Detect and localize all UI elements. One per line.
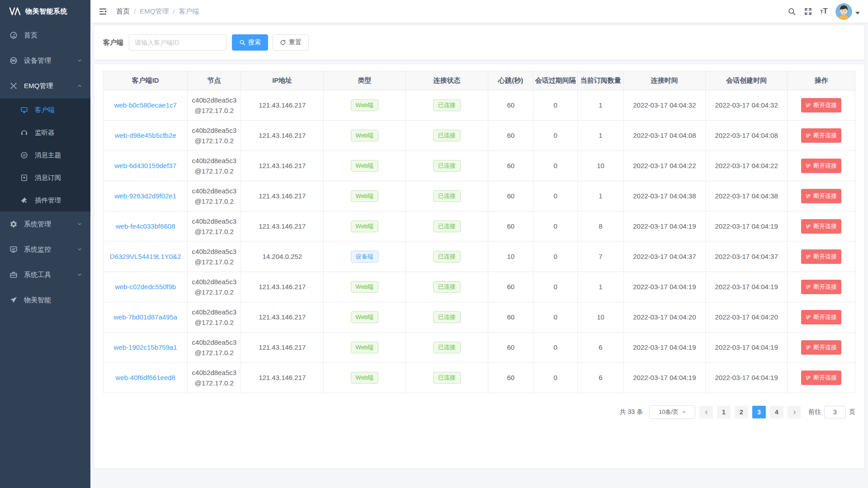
client-id-input[interactable] <box>129 34 226 51</box>
sidebar-item-client[interactable]: 客户端 <box>0 99 90 121</box>
disconnect-button-label: 断开连接 <box>813 283 837 291</box>
sidebar-item-tools[interactable]: 系统工具 <box>0 262 90 287</box>
disconnect-button[interactable]: 断开连接 <box>801 280 841 294</box>
action-cell: 断开连接 <box>788 90 855 121</box>
sidebar-item-subscribe[interactable]: 消息订阅 <box>0 166 90 189</box>
fullscreen-icon[interactable] <box>804 7 812 16</box>
subscriptions-cell: 6 <box>578 333 623 363</box>
sidebar-item-system[interactable]: 系统管理 <box>0 211 90 237</box>
type-tag: Web端 <box>351 221 379 232</box>
column-header: 类型 <box>324 71 406 90</box>
sidebar-menu: 首页 设备管理 EMQ管理 <box>0 23 90 313</box>
table-row: web-fe4c033bf6608c40b2d8ea5c3@172.17.0.2… <box>104 211 855 242</box>
client-id-link[interactable]: web-c02dedc550f9b <box>115 283 176 291</box>
disconnect-button[interactable]: 断开连接 <box>801 128 841 143</box>
heartbeat-cell: 60 <box>488 333 533 363</box>
goto-page-input[interactable] <box>824 406 846 418</box>
disconnect-button[interactable]: 断开连接 <box>801 310 841 324</box>
page-button-4[interactable]: 4 <box>770 406 783 418</box>
sidebar-item-monitor[interactable]: 系统监控 <box>0 237 90 262</box>
client-id-link[interactable]: D6329VL54419L1Y0&2 <box>110 253 181 260</box>
sidebar-item-wumei[interactable]: 物美智能 <box>0 287 90 313</box>
subscriptions-cell: 10 <box>578 151 623 181</box>
ip-cell: 121.43.146.217 <box>241 151 324 181</box>
session-expiry-cell: 0 <box>533 302 578 333</box>
sidebar-item-emq[interactable]: EMQ管理 <box>0 73 90 99</box>
avatar[interactable] <box>835 3 852 20</box>
client-id-cell: D6329VL54419L1Y0&2 <box>104 242 188 272</box>
disconnect-button[interactable]: 断开连接 <box>801 189 841 203</box>
disconnect-button-label: 断开连接 <box>813 374 837 382</box>
navbar-actions: TT <box>788 3 860 20</box>
status-badge: 已连接 <box>433 190 461 202</box>
clients-table: 客户端ID节点IP地址类型连接状态心跳(秒)会话过期间隔当前订阅数量连接时间会话… <box>103 71 855 393</box>
node-name: c40b2d8ea5c3 <box>188 246 241 257</box>
user-menu[interactable] <box>835 3 860 20</box>
sidebar-item-plugin[interactable]: 插件管理 <box>0 189 90 211</box>
session-create-time-cell: 2022-03-17 04:04:19 <box>706 363 788 393</box>
heartbeat-cell: 60 <box>488 211 533 242</box>
disconnect-button[interactable]: 断开连接 <box>801 98 841 113</box>
type-cell: Web端 <box>324 181 406 211</box>
reset-button[interactable]: 重置 <box>273 34 309 51</box>
disconnect-button[interactable]: 断开连接 <box>801 249 841 264</box>
subscriptions-cell: 1 <box>578 181 623 211</box>
client-id-link[interactable]: web-40f6df661eed8 <box>115 374 175 381</box>
action-cell: 断开连接 <box>788 333 855 363</box>
type-tag: Web端 <box>351 342 379 353</box>
disconnect-button[interactable]: 断开连接 <box>801 219 841 234</box>
page-button-3[interactable]: 3 <box>752 406 766 418</box>
node-cell: c40b2d8ea5c3@172.17.0.2 <box>188 302 241 333</box>
client-id-link[interactable]: web-7bd01d87a495a <box>113 313 177 321</box>
sidebar-item-listener[interactable]: 监听器 <box>0 121 90 144</box>
disconnect-button-label: 断开连接 <box>813 343 837 352</box>
disconnect-button[interactable]: 断开连接 <box>801 371 841 385</box>
next-page-button[interactable] <box>788 406 801 418</box>
page-button-1[interactable]: 1 <box>717 406 731 418</box>
sidebar-item-devices[interactable]: 设备管理 <box>0 48 90 73</box>
ip-cell: 14.204.0.252 <box>241 242 324 272</box>
dashboard-icon <box>9 31 18 40</box>
session-create-time-cell: 2022-03-17 04:04:37 <box>706 242 788 272</box>
app-logo[interactable]: 物美智能系统 <box>0 0 90 23</box>
node-name: c40b2d8ea5c3 <box>188 155 241 166</box>
client-id-link[interactable]: web-fe4c033bf6608 <box>116 222 175 230</box>
node-name: c40b2d8ea5c3 <box>188 367 241 378</box>
status-badge: 已连接 <box>433 160 461 172</box>
sidebar-item-topic[interactable]: @ 消息主题 <box>0 144 90 166</box>
goto-suffix: 页 <box>849 408 855 416</box>
breadcrumb-home[interactable]: 首页 <box>116 7 130 16</box>
page-size-select[interactable]: 10条/页 <box>649 405 695 419</box>
search-icon[interactable] <box>788 7 796 16</box>
client-monitor-icon <box>20 106 28 114</box>
action-cell: 断开连接 <box>788 272 855 302</box>
status-badge: 已连接 <box>433 99 461 111</box>
client-id-link[interactable]: web-d98e45b5cfb2e <box>115 131 176 139</box>
client-id-link[interactable]: web-6d430159def37 <box>114 162 176 169</box>
font-size-icon[interactable]: TT <box>820 7 828 16</box>
type-cell: Web端 <box>324 302 406 333</box>
page-buttons: 1234 <box>713 406 783 418</box>
action-cell: 断开连接 <box>788 363 855 393</box>
ip-cell: 121.43.146.217 <box>241 302 324 333</box>
sidebar-item-label: 监听器 <box>35 128 55 137</box>
collapse-sidebar-icon[interactable] <box>97 5 109 18</box>
disconnect-button[interactable]: 断开连接 <box>801 159 841 173</box>
search-button[interactable]: 搜索 <box>232 34 268 51</box>
caret-down-icon[interactable] <box>855 12 860 14</box>
node-address: @172.17.0.2 <box>188 196 241 206</box>
disconnect-button[interactable]: 断开连接 <box>801 340 841 355</box>
client-id-cell: web-fe4c033bf6608 <box>104 211 188 242</box>
client-id-link[interactable]: web-1902c15b759a1 <box>114 343 177 351</box>
sidebar-item-home[interactable]: 首页 <box>0 23 90 48</box>
sidebar-item-label: 消息订阅 <box>35 174 61 182</box>
client-id-link[interactable]: web-b0c580ecae1c7 <box>114 101 176 109</box>
column-header: 节点 <box>188 71 241 90</box>
sidebar-item-label: 设备管理 <box>24 56 51 65</box>
disconnect-button-label: 断开连接 <box>813 222 837 230</box>
pagination-total: 共 33 条 <box>620 408 643 416</box>
prev-page-button[interactable] <box>699 406 713 418</box>
page-button-2[interactable]: 2 <box>735 406 748 418</box>
client-id-link[interactable]: web-9263d2d9f02e1 <box>114 192 176 200</box>
node-address: @172.17.0.2 <box>188 287 241 297</box>
